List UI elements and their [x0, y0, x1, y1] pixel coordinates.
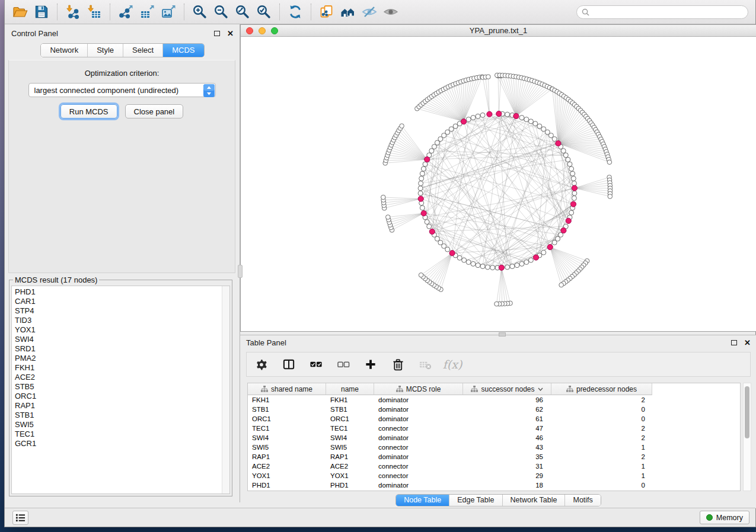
column-header-predecessor-nodes[interactable]: predecessor nodes: [551, 383, 652, 395]
graph-dominator-node[interactable]: [499, 265, 504, 270]
graph-dominator-node[interactable]: [572, 185, 577, 191]
graph-node[interactable]: [418, 191, 423, 196]
graph-node[interactable]: [490, 265, 495, 270]
table-row[interactable]: STB1STB1dominator620: [248, 405, 740, 414]
graph-node[interactable]: [505, 265, 510, 270]
show-all-button[interactable]: [380, 2, 401, 21]
table-cell[interactable]: TEC1: [326, 424, 374, 433]
graph-dominator-node[interactable]: [418, 196, 423, 201]
graph-node[interactable]: [429, 149, 434, 153]
network-graph[interactable]: [241, 37, 756, 331]
table-cell[interactable]: 61: [463, 414, 551, 424]
table-cell[interactable]: connector: [374, 471, 463, 480]
export-table-button[interactable]: [136, 2, 158, 21]
import-table-button[interactable]: [84, 2, 105, 21]
horizontal-splitter-handle[interactable]: [499, 332, 506, 336]
graph-node[interactable]: [480, 113, 485, 117]
table-cell[interactable]: SWI5: [248, 443, 326, 452]
zoom-in-button[interactable]: [189, 2, 210, 21]
table-cell[interactable]: RAP1: [326, 452, 374, 462]
graph-node[interactable]: [471, 261, 476, 266]
table-cell[interactable]: 2: [551, 395, 652, 405]
table-row[interactable]: YOX1YOX1connector291: [248, 471, 740, 480]
zoom-fit-content-button[interactable]: [232, 2, 253, 21]
mcds-result-item[interactable]: FKH1: [15, 363, 220, 373]
table-cell[interactable]: RAP1: [248, 452, 326, 462]
graph-node[interactable]: [561, 149, 566, 153]
table-cell[interactable]: 1: [551, 462, 652, 471]
table-cell[interactable]: ORC1: [248, 414, 326, 424]
graph-node[interactable]: [476, 114, 480, 118]
hide-selected-button[interactable]: [359, 2, 380, 21]
mcds-result-item[interactable]: ORC1: [15, 392, 220, 401]
graph-node[interactable]: [570, 171, 575, 176]
table-row[interactable]: RAP1RAP1dominator352: [248, 452, 740, 462]
optimization-criterion-select[interactable]: largest connected component (undirected): [28, 83, 216, 97]
graph-node[interactable]: [528, 119, 533, 124]
graph-node[interactable]: [569, 210, 574, 215]
graph-node[interactable]: [541, 250, 546, 255]
table-cell[interactable]: 96: [463, 395, 551, 405]
table-cell[interactable]: 46: [463, 433, 551, 443]
graph-dominator-node[interactable]: [570, 201, 576, 207]
graph-node[interactable]: [607, 160, 612, 165]
refresh-view-button[interactable]: [285, 2, 306, 21]
table-row[interactable]: PHD1PHD1dominator180: [248, 480, 740, 490]
tab-network[interactable]: Network: [41, 44, 87, 57]
graph-node[interactable]: [552, 240, 557, 245]
memory-button[interactable]: Memory: [700, 511, 749, 524]
table-cell[interactable]: dominator: [374, 480, 463, 490]
graph-node[interactable]: [566, 157, 570, 162]
table-cell[interactable]: 43: [463, 443, 551, 452]
table-cell[interactable]: 35: [463, 452, 551, 462]
table-cell[interactable]: FKH1: [326, 395, 374, 405]
mcds-result-item[interactable]: SWI4: [15, 335, 220, 344]
graph-dominator-node[interactable]: [487, 111, 492, 117]
graph-node[interactable]: [476, 263, 480, 268]
select-all-button[interactable]: [308, 357, 324, 372]
graph-node[interactable]: [528, 258, 533, 262]
graph-node[interactable]: [471, 116, 476, 120]
graph-node[interactable]: [519, 116, 524, 120]
mcds-result-item[interactable]: ACE2: [15, 373, 220, 382]
add-entry-button[interactable]: [363, 357, 378, 372]
table-cell[interactable]: ACE2: [248, 462, 326, 471]
open-file-button[interactable]: [9, 2, 31, 21]
graph-node[interactable]: [571, 176, 576, 181]
graph-node[interactable]: [419, 273, 423, 278]
graph-node[interactable]: [572, 191, 577, 196]
graph-node[interactable]: [485, 265, 490, 270]
table-cell[interactable]: SWI4: [326, 433, 374, 443]
settings-gear-button[interactable]: [254, 357, 269, 372]
table-cell[interactable]: dominator: [374, 395, 463, 405]
search-input[interactable]: [592, 8, 748, 17]
column-header-name[interactable]: name: [326, 383, 374, 395]
save-session-button[interactable]: [31, 2, 52, 21]
table-cell[interactable]: 2: [551, 424, 652, 433]
graph-node[interactable]: [572, 196, 576, 201]
mcds-result-list[interactable]: PHD1CAR1STP4TID3YOX1SWI4SRD1PMA2FKH1ACE2…: [11, 286, 230, 494]
table-cell[interactable]: 0: [551, 480, 652, 490]
table-cell[interactable]: ORC1: [326, 414, 374, 424]
graph-dominator-node[interactable]: [421, 210, 426, 216]
graph-node[interactable]: [537, 124, 542, 129]
graph-node[interactable]: [400, 124, 404, 129]
column-header-shared-name[interactable]: shared name: [248, 383, 326, 395]
tab-style[interactable]: Style: [87, 44, 123, 57]
graph-node[interactable]: [453, 124, 458, 129]
table-cell[interactable]: connector: [374, 443, 463, 452]
task-history-button[interactable]: [12, 511, 28, 525]
graph-node[interactable]: [420, 171, 425, 176]
table-row[interactable]: SWI5SWI5connector431: [248, 443, 740, 452]
table-cell[interactable]: 31: [463, 462, 551, 471]
graph-node[interactable]: [420, 206, 425, 210]
clone-network-button[interactable]: [316, 2, 337, 21]
graph-dominator-node[interactable]: [449, 251, 455, 256]
table-cell[interactable]: 2: [551, 433, 652, 443]
graph-node[interactable]: [510, 264, 515, 269]
graph-node[interactable]: [419, 176, 424, 181]
graph-dominator-node[interactable]: [513, 113, 519, 118]
column-header-successor-nodes[interactable]: successor nodes: [463, 383, 551, 395]
table-cell[interactable]: PHD1: [326, 480, 374, 490]
table-cell[interactable]: connector: [374, 462, 463, 471]
